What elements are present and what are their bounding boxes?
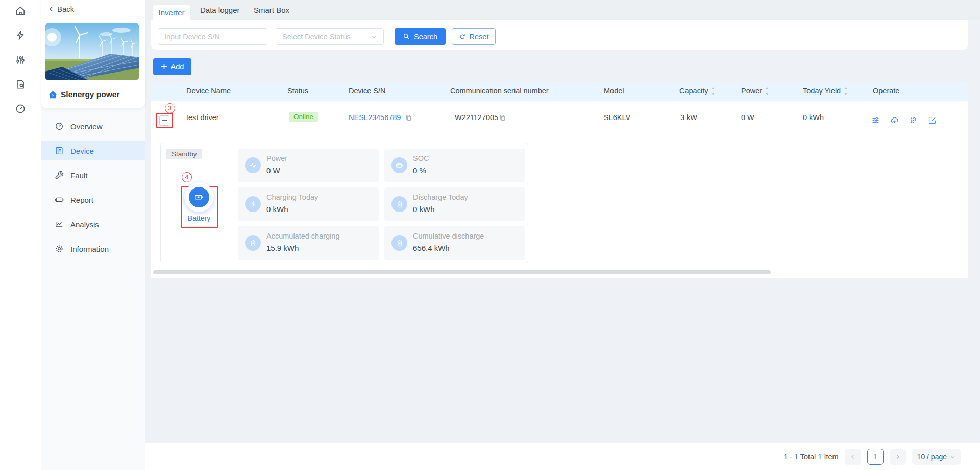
plant-photo — [45, 23, 139, 80]
monitor-gauge-icon[interactable] — [15, 103, 26, 114]
bind-link-icon[interactable] — [909, 116, 918, 125]
reset-button[interactable]: Reset — [452, 28, 496, 45]
stat-card-accumulated-charging: Accumulated charging 15.9 kWh — [238, 226, 379, 260]
device-table: Device Name Status Device S/N Communicat… — [151, 82, 968, 278]
chevron-down-icon — [371, 34, 377, 40]
energy-icon[interactable] — [15, 30, 26, 41]
sidebar-item-overview[interactable]: Overview — [41, 116, 145, 136]
discharge-battery-icon — [391, 196, 407, 212]
cell-comm-serial: W221127005 — [455, 101, 498, 134]
sidebar-item-information[interactable]: Information — [41, 239, 145, 258]
current-page-button[interactable]: 1 — [867, 449, 884, 465]
nav-label: Overview — [70, 122, 103, 131]
cumulative-discharge-icon — [391, 235, 407, 251]
col-today-yield: Today Yield — [803, 82, 841, 101]
stat-value: 656.4 kWh — [413, 244, 450, 252]
device-settings-icon[interactable] — [871, 116, 880, 125]
annotation-step-4: 4 — [182, 172, 192, 182]
footer-bar: 1 - 1 Total 1 Item 1 10 / page — [145, 443, 980, 470]
minus-icon — [162, 120, 167, 121]
stat-label: Cumulative discharge — [413, 232, 484, 240]
information-gear-icon — [55, 244, 64, 253]
sidebar-item-fault[interactable]: Fault — [41, 166, 145, 185]
device-sn-link[interactable]: NESL23456789 — [349, 101, 401, 134]
main-content: Inverter Data logger Smart Box Select De… — [145, 0, 980, 470]
fault-wrench-icon — [55, 171, 64, 180]
report-icon — [55, 195, 64, 204]
plant-house-icon — [48, 90, 57, 99]
sidebar-item-analysis[interactable]: Analysis — [41, 215, 145, 234]
annotation-number: 3 — [168, 105, 172, 112]
inspection-file-search-icon[interactable] — [15, 79, 26, 90]
sidebar-item-device[interactable]: Device — [41, 141, 145, 160]
plant-panel: Back — [41, 0, 145, 470]
chevron-left-icon — [48, 6, 54, 12]
pagination: 1 - 1 Total 1 Item 1 10 / page — [783, 449, 961, 465]
plant-card: Back — [41, 0, 145, 108]
stat-label: Power — [266, 154, 287, 162]
stat-card-discharge-today: Discharge Today 0 kWh — [384, 187, 525, 221]
copy-icon[interactable] — [499, 114, 506, 122]
battery-icon — [194, 192, 204, 202]
power-wave-icon — [245, 157, 261, 173]
col-device-sn: Device S/N — [349, 82, 386, 101]
plant-title: Slenergy power — [48, 90, 119, 99]
cloud-upload-icon[interactable] — [890, 116, 899, 125]
edit-icon[interactable] — [928, 116, 937, 125]
tab-inverter[interactable]: Inverter — [153, 5, 190, 20]
search-button[interactable]: Search — [395, 28, 446, 45]
plant-name: Slenergy power — [61, 90, 119, 99]
pagination-total: 1 - 1 Total 1 Item — [783, 453, 839, 461]
tab-smart-box[interactable]: Smart Box — [254, 0, 289, 20]
annotation-step-3: 3 — [165, 103, 175, 113]
app-rail — [0, 0, 41, 470]
cell-device-name: test driver — [186, 101, 219, 134]
stat-label: Accumulated charging — [266, 232, 339, 240]
col-operate: Operate — [873, 82, 899, 101]
plus-icon — [161, 63, 167, 70]
device-type-tabs: Inverter Data logger Smart Box — [145, 0, 980, 20]
home-icon[interactable] — [15, 5, 26, 16]
sidebar-item-report[interactable]: Report — [41, 190, 145, 209]
capacity-sort-icon[interactable] — [711, 87, 716, 95]
reset-label: Reset — [470, 33, 489, 41]
overview-gauge-icon — [55, 122, 64, 131]
stat-value: 0 W — [266, 166, 280, 175]
controls-sliders-icon[interactable] — [15, 54, 26, 65]
copy-icon[interactable] — [405, 114, 412, 122]
page-size-value: 10 / page — [917, 453, 947, 461]
power-sort-icon[interactable] — [765, 87, 770, 95]
battery-button[interactable] — [189, 187, 209, 207]
stat-value: 0 % — [413, 166, 426, 175]
tab-data-logger[interactable]: Data logger — [200, 0, 240, 20]
stat-card-soc: SOC 0 % — [384, 149, 525, 182]
search-icon — [403, 33, 410, 40]
fixed-column-divider — [864, 82, 864, 271]
device-status-select[interactable]: Select Device Status — [276, 28, 384, 45]
col-model: Model — [604, 82, 624, 101]
next-page-button[interactable] — [890, 449, 906, 465]
stat-value: 15.9 kWh — [266, 244, 299, 252]
col-capacity: Capacity — [679, 82, 708, 101]
tab-label: Data logger — [200, 6, 240, 14]
col-status: Status — [287, 82, 308, 101]
prev-page-button[interactable] — [845, 449, 861, 465]
reset-refresh-icon — [459, 33, 466, 40]
back-button[interactable]: Back — [48, 5, 74, 13]
nav-label: Fault — [70, 171, 87, 180]
soc-battery-icon — [391, 157, 407, 173]
horizontal-scrollbar-thumb[interactable] — [153, 270, 771, 274]
nav-label: Report — [70, 196, 93, 204]
stat-value: 0 kWh — [413, 205, 435, 214]
device-sn-input[interactable] — [158, 28, 267, 45]
chevron-down-icon — [950, 454, 955, 460]
back-label: Back — [57, 5, 74, 13]
app-screen: Back — [0, 0, 980, 470]
analysis-chart-icon — [55, 220, 64, 229]
collapse-row-button[interactable] — [159, 115, 169, 126]
add-device-button[interactable]: Add — [153, 58, 191, 75]
page-size-select[interactable]: 10 / page — [912, 449, 961, 465]
filter-bar: Select Device Status Search Reset — [151, 20, 968, 50]
today-yield-sort-icon[interactable] — [844, 87, 848, 95]
stat-label: SOC — [413, 154, 429, 162]
